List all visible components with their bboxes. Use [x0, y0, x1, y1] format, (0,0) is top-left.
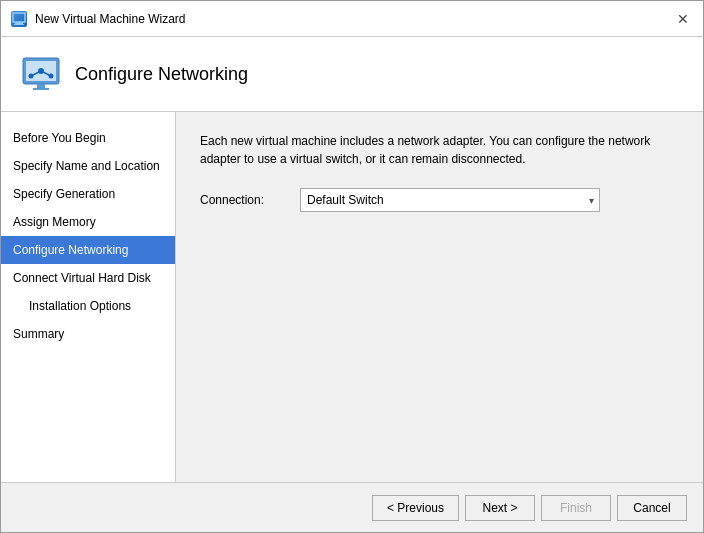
previous-button[interactable]: < Previous: [372, 495, 459, 521]
svg-rect-10: [37, 84, 45, 88]
wizard-body: Before You BeginSpecify Name and Locatio…: [1, 112, 703, 482]
close-button[interactable]: ✕: [673, 9, 693, 29]
window-title: New Virtual Machine Wizard: [35, 12, 186, 26]
connection-select-wrapper: Default SwitchNot Connected ▾: [300, 188, 600, 212]
sidebar-item-summary[interactable]: Summary: [1, 320, 175, 348]
header-icon: [21, 54, 61, 94]
title-bar: New Virtual Machine Wizard ✕: [1, 1, 703, 37]
finish-button[interactable]: Finish: [541, 495, 611, 521]
svg-rect-0: [13, 13, 25, 22]
sidebar-item-configure-networking[interactable]: Configure Networking: [1, 236, 175, 264]
main-content: Each new virtual machine includes a netw…: [176, 112, 703, 482]
wizard-header-title: Configure Networking: [75, 64, 248, 85]
connection-select[interactable]: Default SwitchNot Connected: [300, 188, 600, 212]
svg-rect-1: [15, 22, 23, 24]
title-bar-left: New Virtual Machine Wizard: [11, 11, 186, 27]
sidebar-item-installation-options[interactable]: Installation Options: [1, 292, 175, 320]
sidebar: Before You BeginSpecify Name and Locatio…: [1, 112, 176, 482]
sidebar-item-assign-memory[interactable]: Assign Memory: [1, 208, 175, 236]
svg-rect-2: [14, 24, 24, 25]
window-icon: [11, 11, 27, 27]
connection-label: Connection:: [200, 193, 290, 207]
wizard-header: Configure Networking: [1, 37, 703, 112]
description-text: Each new virtual machine includes a netw…: [200, 132, 660, 168]
next-button[interactable]: Next >: [465, 495, 535, 521]
sidebar-item-connect-hard-disk[interactable]: Connect Virtual Hard Disk: [1, 264, 175, 292]
svg-rect-11: [33, 88, 49, 90]
cancel-button[interactable]: Cancel: [617, 495, 687, 521]
footer: < Previous Next > Finish Cancel: [1, 482, 703, 532]
sidebar-item-before-you-begin[interactable]: Before You Begin: [1, 124, 175, 152]
wizard-window: New Virtual Machine Wizard ✕ Configure N…: [0, 0, 704, 533]
sidebar-item-specify-generation[interactable]: Specify Generation: [1, 180, 175, 208]
connection-row: Connection: Default SwitchNot Connected …: [200, 188, 679, 212]
sidebar-item-specify-name[interactable]: Specify Name and Location: [1, 152, 175, 180]
